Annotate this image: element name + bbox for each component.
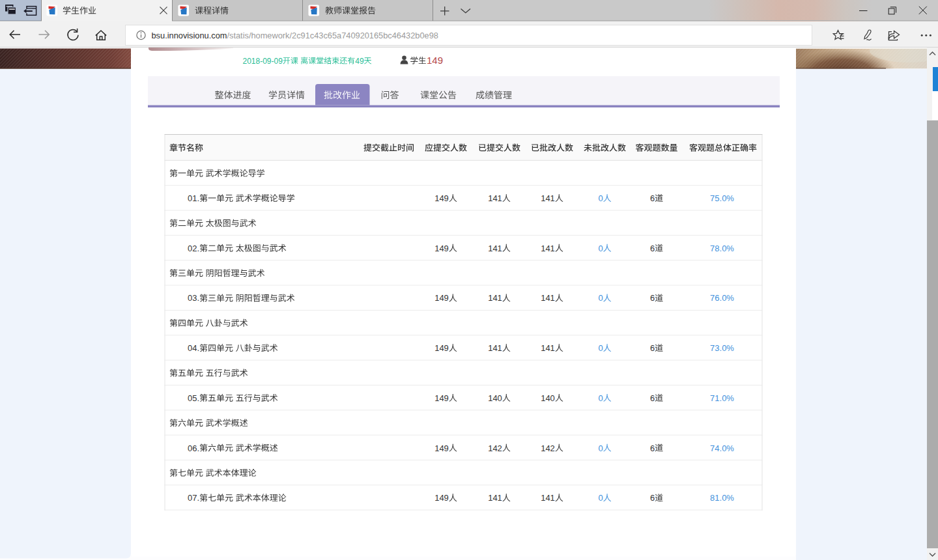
svg-text:74.0%: 74.0% [710,443,734,453]
svg-text:71.0%: 71.0% [710,393,734,403]
svg-text:141: 141 [541,193,555,203]
svg-text:6: 6 [650,244,655,253]
svg-text:75.0%: 75.0% [710,193,734,203]
svg-text:6: 6 [650,343,655,353]
svg-text:149: 149 [427,55,443,66]
svg-text:142: 142 [541,443,555,453]
svg-text:141: 141 [541,493,555,503]
svg-text:6: 6 [650,193,655,203]
svg-text:141: 141 [488,193,502,203]
svg-text:6: 6 [650,293,655,303]
svg-text:149: 149 [434,343,449,353]
svg-text:81.0%: 81.0% [710,493,734,503]
svg-text:73.0%: 73.0% [710,343,734,353]
svg-text:149: 149 [434,493,449,503]
svg-text:149: 149 [434,443,449,453]
svg-text:0: 0 [598,443,603,453]
svg-text:141: 141 [488,293,502,303]
svg-text:0: 0 [598,343,603,353]
svg-text:141: 141 [541,343,555,353]
svg-text:140: 140 [488,393,502,403]
svg-text:6: 6 [650,393,655,403]
svg-text:06.: 06. [188,443,199,453]
svg-text:149: 149 [434,193,449,203]
svg-text:149: 149 [434,393,449,403]
svg-text:07.: 07. [188,493,199,503]
svg-text:05.: 05. [188,393,199,403]
svg-text:6: 6 [650,443,655,453]
svg-text:141: 141 [488,493,502,503]
svg-text:6: 6 [650,493,655,503]
svg-text:0: 0 [598,244,603,253]
svg-text:0: 0 [598,393,603,403]
svg-text:01.: 01. [188,193,199,203]
svg-text:141: 141 [541,293,555,303]
svg-text:/statis/homework/2c91c43c65a74: /statis/homework/2c91c43c65a740920165bc4… [227,31,438,40]
svg-text:141: 141 [541,244,555,253]
svg-text:bsu.innovisionu.com: bsu.innovisionu.com [152,31,227,40]
svg-text:04.: 04. [188,343,199,353]
svg-text:141: 141 [488,244,502,253]
svg-text:149: 149 [434,293,449,303]
svg-text:49: 49 [355,57,364,66]
svg-text:142: 142 [488,443,502,453]
svg-text:0: 0 [598,493,603,503]
svg-text:141: 141 [488,343,502,353]
svg-text:78.0%: 78.0% [710,244,734,253]
svg-text:02.: 02. [188,244,199,253]
svg-text:03.: 03. [188,293,199,303]
svg-text:2018-09-09: 2018-09-09 [243,57,283,66]
svg-text:0: 0 [598,193,603,203]
svg-text:140: 140 [541,393,555,403]
svg-text:0: 0 [598,293,603,303]
svg-text:76.0%: 76.0% [710,293,734,303]
svg-text:149: 149 [434,244,449,253]
